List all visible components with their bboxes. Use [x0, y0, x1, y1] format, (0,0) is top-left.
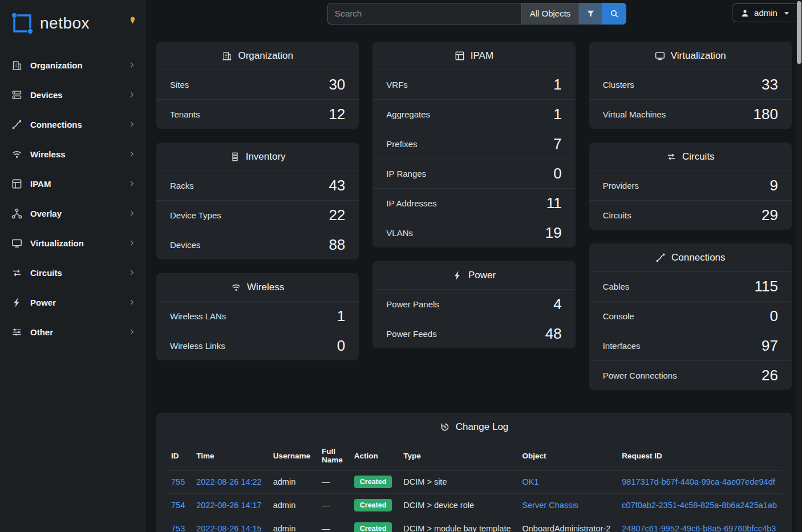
log-full-name: — — [322, 501, 330, 510]
card-title: Organization — [238, 50, 293, 62]
stat-value: 0 — [553, 165, 561, 182]
netbox-logo[interactable]: netbox — [0, 0, 146, 46]
stat-row: Sites 30 — [156, 70, 359, 99]
stat-link-power-panels[interactable]: Power Panels — [386, 299, 439, 309]
monitor-icon — [655, 51, 665, 61]
sidebar-item-label: Connections — [30, 120, 120, 129]
stat-link-cables[interactable]: Cables — [603, 282, 630, 291]
column-header-action: Action — [349, 441, 398, 470]
chevron-right-icon — [128, 298, 136, 306]
log-time-link[interactable]: 2022-08-26 14:17 — [196, 501, 262, 510]
sidebar-item-label: Circuits — [30, 268, 120, 278]
stat-link-sites[interactable]: Sites — [170, 80, 189, 90]
column-header-username: Username — [268, 441, 316, 470]
circuits-card: Circuits Providers 9 Circuits 29 — [589, 143, 792, 230]
funnel-icon — [586, 9, 595, 18]
stat-link-racks[interactable]: Racks — [170, 181, 194, 190]
card-header: Virtualization — [589, 42, 792, 70]
stat-value: 48 — [545, 325, 562, 343]
log-type: DCIM > site — [403, 477, 447, 486]
bolt-icon — [11, 297, 22, 308]
log-object-link[interactable]: Server Chassis — [522, 501, 578, 510]
search-submit-button[interactable] — [602, 3, 626, 25]
sidebar-item-devices[interactable]: Devices — [0, 80, 146, 109]
stat-link-devices[interactable]: Devices — [170, 240, 200, 250]
card-header: Wireless — [156, 273, 359, 301]
caret-down-icon — [782, 9, 791, 18]
stat-link-console[interactable]: Console — [603, 311, 634, 321]
monitor-icon — [11, 238, 22, 249]
log-request-id-link[interactable]: c07f0ab2-2351-4c58-825a-8b6a2425a1ab — [622, 501, 777, 510]
stat-value: 11 — [546, 194, 562, 212]
ipam-card: IPAM VRFs 1 Aggregates 1 Prefixes 7 — [372, 42, 575, 247]
log-id-link[interactable]: 755 — [171, 477, 185, 486]
stat-link-interfaces[interactable]: Interfaces — [603, 341, 641, 351]
sidebar-item-power[interactable]: Power — [0, 287, 146, 317]
scrollbar-track[interactable] — [796, 0, 802, 532]
stat-link-device-types[interactable]: Device Types — [170, 210, 221, 220]
pin-sidebar-icon[interactable] — [128, 16, 137, 25]
netbox-logo-icon — [10, 11, 34, 35]
log-request-id-link[interactable]: 9817317d-b67f-440a-99ca-4ae07ede94df — [622, 477, 775, 486]
cable-icon — [655, 253, 666, 263]
stat-value: 9 — [769, 177, 777, 194]
filter-button[interactable] — [579, 3, 602, 25]
user-menu-button[interactable]: admin — [732, 3, 800, 22]
stat-link-clusters[interactable]: Clusters — [603, 80, 634, 90]
column-header-time: Time — [191, 441, 268, 470]
history-icon — [440, 422, 450, 432]
stat-link-wireless-lans[interactable]: Wireless LANs — [170, 311, 226, 321]
card-title: Circuits — [682, 151, 715, 163]
stat-row: Device Types 22 — [156, 200, 359, 230]
stat-link-circuits[interactable]: Circuits — [603, 210, 631, 220]
virtualization-card: Virtualization Clusters 33 Virtual Machi… — [589, 42, 792, 129]
sidebar-item-overlay[interactable]: Overlay — [0, 198, 146, 228]
topbar: All Objects admin — [146, 0, 802, 27]
stat-row: Power Panels 4 — [372, 289, 575, 319]
stat-row: Circuits 29 — [589, 200, 792, 230]
card-header: Organization — [156, 42, 359, 70]
sidebar-item-wireless[interactable]: Wireless — [0, 139, 146, 169]
sidebar-item-virtualization[interactable]: Virtualization — [0, 228, 146, 258]
log-id-link[interactable]: 753 — [171, 524, 185, 532]
stat-link-vrfs[interactable]: VRFs — [386, 80, 408, 90]
chevron-right-icon — [128, 209, 136, 217]
log-full-name: — — [322, 477, 330, 486]
stat-row: IP Addresses 11 — [372, 188, 575, 218]
log-time-link[interactable]: 2022-08-26 14:15 — [196, 524, 262, 532]
card-title: Power — [468, 270, 496, 281]
sidebar-item-connections[interactable]: Connections — [0, 109, 146, 139]
sidebar-item-ipam[interactable]: IPAM — [0, 169, 146, 198]
stat-link-wireless-links[interactable]: Wireless Links — [170, 341, 225, 351]
stat-link-providers[interactable]: Providers — [603, 181, 639, 190]
stat-value: 1 — [553, 76, 561, 94]
stat-value: 0 — [769, 307, 777, 325]
stat-link-virtual-machines[interactable]: Virtual Machines — [603, 109, 666, 119]
stat-link-power-connections[interactable]: Power Connections — [603, 371, 677, 380]
sidebar-item-organization[interactable]: Organization — [0, 50, 146, 80]
stat-value: 30 — [329, 76, 345, 94]
log-full-name: — — [322, 524, 330, 532]
stat-link-prefixes[interactable]: Prefixes — [386, 139, 417, 149]
search-input[interactable] — [327, 3, 521, 25]
log-id-link[interactable]: 754 — [171, 501, 185, 510]
stat-link-ip-ranges[interactable]: IP Ranges — [386, 169, 426, 178]
sidebar-item-circuits[interactable]: Circuits — [0, 258, 146, 287]
log-time-link[interactable]: 2022-08-26 14:22 — [196, 477, 262, 486]
scrollbar-thumb[interactable] — [797, 1, 801, 64]
log-object-link[interactable]: OK1 — [522, 477, 539, 486]
stat-link-power-feeds[interactable]: Power Feeds — [386, 329, 436, 339]
stat-link-vlans[interactable]: VLANs — [386, 228, 413, 238]
card-header: Circuits — [589, 143, 792, 170]
stat-link-ip-addresses[interactable]: IP Addresses — [386, 198, 436, 208]
sidebar-item-other[interactable]: Other — [0, 317, 146, 347]
stat-value: 26 — [762, 367, 778, 384]
stat-link-aggregates[interactable]: Aggregates — [386, 109, 430, 119]
stat-row: Console 0 — [589, 301, 792, 331]
object-type-dropdown[interactable]: All Objects — [521, 3, 580, 25]
sidebar-item-label: Overlay — [30, 209, 120, 218]
card-header: Power — [372, 261, 575, 289]
log-request-id-link[interactable]: 24807c61-9952-49c6-b8a5-69760bfcc4b3 — [622, 524, 776, 532]
stat-link-tenants[interactable]: Tenants — [170, 109, 200, 119]
username-label: admin — [754, 8, 777, 18]
